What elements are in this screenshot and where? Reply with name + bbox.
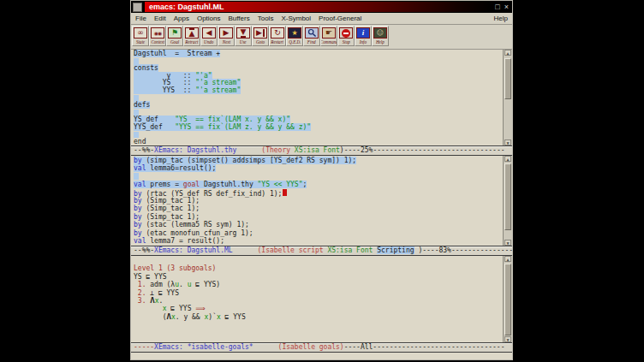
minibuffer[interactable] <box>131 353 512 359</box>
window-menu-button[interactable] <box>133 3 142 12</box>
restart-button[interactable]: ↻ Restart <box>269 26 286 46</box>
context-icon: ◉◉ <box>151 27 164 39</box>
command-button[interactable]: ☛ Command <box>320 26 337 46</box>
menu-file[interactable]: File <box>135 15 146 22</box>
selection-strip <box>134 58 139 64</box>
code-line <box>134 132 500 139</box>
scrollbar-thumb[interactable] <box>504 58 511 99</box>
code-line <box>134 95 500 103</box>
modeline-dagstuhl-thy: --%%-XEmacs: Dagstuhl.thy (Theory XS:isa… <box>131 145 512 156</box>
code-line: defs <box>134 102 500 110</box>
maximize-icon[interactable]: □ <box>495 3 499 11</box>
scroll-down-icon[interactable]: ▼ <box>504 336 511 342</box>
code-line: val lemma6=result(); <box>134 164 500 172</box>
next-arrow-icon: ▶ <box>219 27 233 39</box>
goto-icon: ▶ <box>253 27 267 39</box>
use-icon: ▼ <box>236 27 250 39</box>
pointing-hand-icon: ☛ <box>322 27 336 39</box>
scrollbar[interactable]: ▲▼ <box>503 50 512 145</box>
scrollbar-thumb[interactable] <box>504 264 511 335</box>
scroll-down-icon[interactable]: ▼ <box>504 139 511 145</box>
selection-strip <box>134 173 139 180</box>
help-person-icon: ☺ <box>373 27 387 39</box>
context-button[interactable]: ◉◉ Context <box>149 26 166 46</box>
undo-button[interactable]: ◀ Undo <box>200 26 218 46</box>
buffer-isabelle-goals[interactable]: Level 1 (3 subgoals)YS ⊑ YYS 1. adm (λu.… <box>131 256 512 342</box>
code-line: val prems = goal Dagstuhl.thy "YS << YYS… <box>134 181 500 188</box>
code-line: YS ⊑ YYS <box>134 273 500 281</box>
restart-icon: ↻ <box>271 27 284 39</box>
scroll-up-icon[interactable]: ▲ <box>504 50 511 56</box>
code-line: by (Simp_tac 1); <box>134 205 500 212</box>
goto-button[interactable]: ▶ Goto <box>252 26 269 46</box>
modeline-dagstuhl-ml: --%%-XEmacs: Dagstuhl.ML (Isabelle scrip… <box>131 246 512 256</box>
code-line: Level 1 (3 subgoals) <box>134 264 500 272</box>
code-line: 1. adm (λu. u ⊑ YYS) <box>134 281 500 288</box>
menu-x-symbol[interactable]: X-Symbol <box>281 15 311 22</box>
modeline-isabelle-goals: -----XEmacs: *isabelle-goals* (Isabelle … <box>131 342 512 353</box>
code-line: val lemma7 = result(); <box>134 237 500 245</box>
selection-strip <box>134 95 139 101</box>
use-button[interactable]: ▼ Use <box>235 26 252 46</box>
retract-icon: ▲ <box>185 27 199 39</box>
qed-icon: ★ <box>288 27 301 39</box>
menu-apps[interactable]: Apps <box>174 15 189 22</box>
scroll-up-icon[interactable]: ▲ <box>504 256 511 262</box>
retract-button[interactable]: ▲ Retract <box>183 26 200 46</box>
state-icon: ∞ <box>134 27 147 39</box>
qed-button[interactable]: ★ Q.E.D. <box>286 26 303 46</box>
find-button[interactable]: Find <box>303 26 320 46</box>
close-icon[interactable]: × <box>504 3 509 11</box>
scroll-down-icon[interactable]: ▼ <box>504 240 511 246</box>
buffer-dagstuhl-ml[interactable]: by (simp_tac (simpset() addsimps [YS_def… <box>131 156 512 246</box>
code-line: by (etac monofun_cfun_arg 1); <box>134 229 500 237</box>
code-line: by (rtac (YS_def RS def_fix_ind) 1); <box>134 189 500 197</box>
code-line <box>134 257 500 264</box>
stop-button[interactable]: Stop <box>337 26 355 46</box>
goal-button[interactable]: ⚑ Goal <box>166 26 183 46</box>
code-line: Dagstuhl = Stream + <box>134 50 500 58</box>
code-line: end <box>134 139 500 145</box>
next-button[interactable]: ▶ Next <box>218 26 235 46</box>
menu-help[interactable]: Help <box>494 15 508 22</box>
stop-sign-icon <box>339 27 353 39</box>
scrollbar[interactable]: ▲▼ <box>503 256 512 342</box>
code-line <box>134 173 500 181</box>
code-line: YYS :: "'a stream" <box>134 87 500 95</box>
proof-toolbar: ∞ State ◉◉ Context ⚑ Goal ▲ Retract ◀ Un… <box>131 25 512 50</box>
selection-strip <box>134 132 139 138</box>
info-icon: i <box>356 27 370 39</box>
goal-flag-icon: ⚑ <box>168 27 182 39</box>
buffer-dagstuhl-thy[interactable]: Dagstuhl = Stream +consts y :: "'a" YS :… <box>131 50 512 145</box>
menu-edit[interactable]: Edit <box>154 15 166 22</box>
help-button[interactable]: ☺ Help <box>372 26 389 46</box>
title-bar: emacs: Dagstuhl.ML □ × <box>131 1 512 13</box>
code-line: x ⊑ YYS ⟹ <box>134 305 500 312</box>
info-button[interactable]: i Info <box>355 26 372 46</box>
menu-tools[interactable]: Tools <box>258 15 274 22</box>
screen: emacs: Dagstuhl.ML □ × File Edit Apps Op… <box>0 0 644 362</box>
window-title: emacs: Dagstuhl.ML <box>145 2 492 12</box>
selection-strip <box>134 110 139 116</box>
menu-options[interactable]: Options <box>197 15 221 22</box>
menu-proof-general[interactable]: Proof-General <box>319 15 361 22</box>
code-line <box>134 58 500 66</box>
code-line: 2. ⊥ ⊑ YYS <box>134 289 500 297</box>
text-cursor <box>283 189 287 196</box>
menu-bar: File Edit Apps Options Buffers Tools X-S… <box>131 13 512 25</box>
scroll-up-icon[interactable]: ▲ <box>504 156 511 162</box>
undo-arrow-icon: ◀ <box>202 27 216 39</box>
code-line: YYS_def "YYS == fix`(LAM z. y && y && z)… <box>134 124 500 132</box>
code-line: by (simp_tac (simpset() addsimps [YS_def… <box>134 157 500 164</box>
menu-buffers[interactable]: Buffers <box>229 15 250 22</box>
scrollbar[interactable]: ▲▼ <box>503 156 512 246</box>
state-button[interactable]: ∞ State <box>132 26 149 46</box>
code-line: (Λx. y && x)`x ⊑ YYS <box>134 313 500 321</box>
scrollbar-thumb[interactable] <box>504 163 511 230</box>
code-line: by (Simp_tac 1); <box>134 213 500 221</box>
xemacs-window: emacs: Dagstuhl.ML □ × File Edit Apps Op… <box>130 0 513 360</box>
code-line: by (stac (lemma5 RS sym) 1); <box>134 221 500 228</box>
code-line: by (Simp_tac 1); <box>134 197 500 205</box>
code-line: 3. Λx. <box>134 297 500 305</box>
magnifier-icon <box>305 27 319 39</box>
